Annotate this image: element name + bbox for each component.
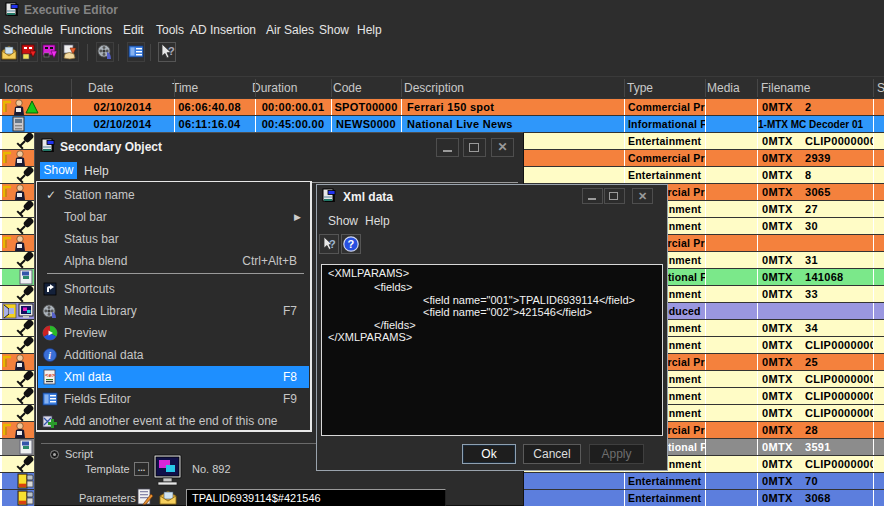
svg-text:?: ?	[329, 238, 336, 250]
svg-text:<e>: <e>	[45, 372, 56, 378]
svg-text:?: ?	[168, 45, 175, 57]
svg-text:?: ?	[348, 238, 355, 250]
svg-text:i: i	[48, 350, 51, 361]
